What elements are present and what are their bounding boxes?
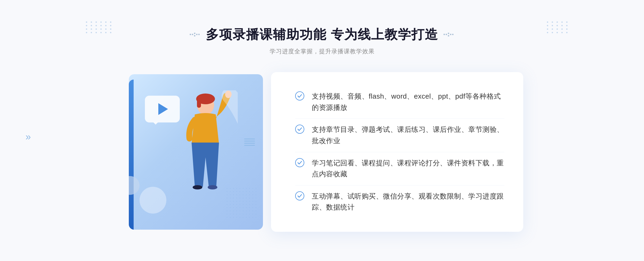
features-list: 支持视频、音频、flash、word、excel、ppt、pdf等各种格式的资源… xyxy=(295,85,504,218)
check-icon-4 xyxy=(295,191,304,200)
feature-item-4: 互动弹幕、试听购买、微信分享、观看次数限制、学习进度跟踪、数据统计 xyxy=(295,185,504,218)
svg-rect-4 xyxy=(196,34,197,35)
decorative-circle-large xyxy=(140,187,166,214)
svg-rect-9 xyxy=(448,35,449,36)
feature-item-1: 支持视频、音频、flash、word、excel、ppt、pdf等各种格式的资源… xyxy=(295,85,504,119)
svg-rect-6 xyxy=(444,34,445,35)
svg-point-18 xyxy=(295,92,304,100)
header-section: 多项录播课辅助功能 专为线上教学打造 学习进度全掌握，提升录播课教学效果 xyxy=(190,26,454,55)
header-dots-right xyxy=(444,33,454,36)
illustration-background xyxy=(129,74,263,230)
svg-rect-0 xyxy=(190,34,191,35)
play-icon xyxy=(158,103,168,115)
chevron-left-decoration: » xyxy=(25,131,29,143)
header-title-wrapper: 多项录播课辅助功能 专为线上教学打造 xyxy=(190,26,454,43)
svg-rect-8 xyxy=(448,33,449,34)
svg-rect-7 xyxy=(446,34,447,35)
illustration-wrapper xyxy=(121,69,276,235)
content-section: 支持视频、音频、flash、word、excel、ppt、pdf等各种格式的资源… xyxy=(121,69,523,235)
header-dots-left xyxy=(190,33,200,36)
svg-rect-3 xyxy=(194,35,195,36)
check-icon-3 xyxy=(295,158,304,167)
svg-point-21 xyxy=(295,192,304,200)
feature-text-1: 支持视频、音频、flash、word、excel、ppt、pdf等各种格式的资源… xyxy=(312,91,504,113)
svg-rect-10 xyxy=(450,34,451,35)
page-wrapper: » 多项录播课辅助功能 专为线上教学打造 xyxy=(0,0,644,261)
svg-rect-2 xyxy=(194,33,195,34)
feature-text-2: 支持章节目录、弹题考试、课后练习、课后作业、章节测验、批改作业 xyxy=(312,124,504,146)
svg-rect-5 xyxy=(198,34,200,35)
decorative-dots-top-left xyxy=(86,21,113,33)
blue-accent-bar xyxy=(129,80,134,230)
check-icon-2 xyxy=(295,125,304,134)
page-title: 多项录播课辅助功能 专为线上教学打造 xyxy=(206,26,438,43)
decorative-dots-top-right xyxy=(547,21,569,33)
page-subtitle: 学习进度全掌握，提升录播课教学效果 xyxy=(190,47,454,55)
features-panel: 支持视频、音频、flash、word、excel、ppt、pdf等各种格式的资源… xyxy=(271,72,523,232)
feature-item-2: 支持章节目录、弹题考试、课后练习、课后作业、章节测验、批改作业 xyxy=(295,119,504,152)
decorative-circle-small xyxy=(129,176,140,195)
svg-point-19 xyxy=(295,125,304,133)
check-icon-1 xyxy=(295,91,304,100)
svg-point-20 xyxy=(295,158,304,167)
feature-item-3: 学习笔记回看、课程提问、课程评论打分、课件资料下载，重点内容收藏 xyxy=(295,152,504,185)
svg-point-16 xyxy=(193,185,202,189)
svg-point-17 xyxy=(208,185,217,189)
feature-text-4: 互动弹幕、试听购买、微信分享、观看次数限制、学习进度跟踪、数据统计 xyxy=(312,191,504,213)
svg-rect-14 xyxy=(197,100,201,108)
person-figure xyxy=(168,90,238,230)
lines-decoration xyxy=(244,139,255,146)
svg-rect-11 xyxy=(452,34,453,35)
feature-text-3: 学习笔记回看、课程提问、课程评论打分、课件资料下载，重点内容收藏 xyxy=(312,158,504,180)
svg-rect-1 xyxy=(192,34,193,35)
